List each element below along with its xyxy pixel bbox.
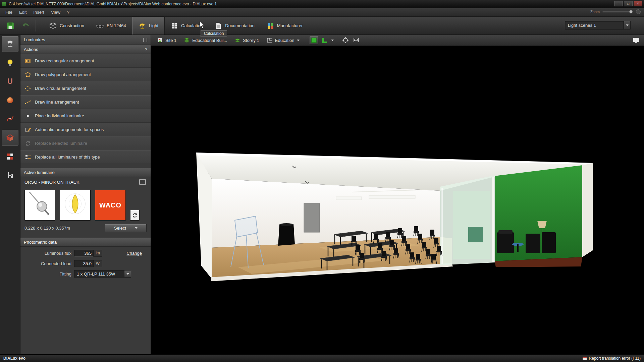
toolbar-separator (36, 20, 36, 32)
tab-construction[interactable]: Construction (43, 17, 90, 35)
actions-section-header: Actions ? (20, 45, 151, 54)
building-layers-icon (184, 37, 190, 43)
menu-view[interactable]: View (48, 9, 64, 16)
action-draw-line[interactable]: Draw line arrangement (20, 95, 151, 109)
luminaire-photo (25, 190, 55, 221)
maximize-button[interactable]: □ (624, 1, 633, 6)
curve-tool[interactable] (2, 111, 18, 127)
light-scenes-dropdown[interactable]: Light scenes 1 (565, 21, 631, 29)
view-options-chevron-icon[interactable] (331, 40, 334, 41)
measure-button[interactable] (352, 36, 361, 44)
connected-load-input[interactable] (74, 260, 94, 267)
green-square-icon (311, 37, 317, 44)
material-sphere-icon (6, 96, 14, 105)
crumb-site[interactable]: Site 1 (154, 37, 179, 44)
lamp-icon (139, 22, 146, 29)
luminaire-thumbnails: WACO (20, 187, 151, 223)
action-automatic-arrangements[interactable]: Automatic arrangements for spaces (20, 123, 151, 136)
fitting-chevron-button[interactable] (124, 270, 131, 277)
crumb-space[interactable]: Education (264, 37, 302, 44)
zoom-slider-knob[interactable] (629, 10, 633, 13)
menu-insert[interactable]: Insert (30, 9, 48, 16)
luminous-flux-row: Luminous flux lm Change (20, 249, 147, 257)
action-replace-selected: Replace selected luminaire (20, 136, 151, 150)
undo-button[interactable] (20, 20, 32, 32)
automatic-arrangement-icon (24, 126, 31, 133)
surface-view-toggle[interactable] (310, 36, 318, 44)
report-translation-error-link[interactable]: Report translation error (F11) (582, 356, 641, 361)
luminaire-photo-thumbnail[interactable] (24, 190, 55, 221)
bulb-icon (6, 58, 14, 67)
crumb-storey[interactable]: Storey 1 (232, 37, 262, 44)
room-tool[interactable] (2, 130, 18, 146)
tab-en12464[interactable]: EN 12464 (90, 17, 132, 35)
crumb-building[interactable]: Educational Buil... (181, 37, 230, 44)
swap-luminaire-button[interactable] (130, 210, 140, 221)
tab-light-label: Light (149, 23, 158, 28)
mode-tabs: Construction EN 12464 Light (43, 17, 309, 35)
zoom-to-fit-button[interactable] (341, 36, 350, 44)
luminaires-panel: Luminaires Actions ? Draw rectangular ar… (20, 35, 151, 354)
active-luminaire-header-label: Active luminaire (24, 170, 55, 175)
action-draw-rectangular[interactable]: Draw rectangular arrangement (20, 54, 151, 68)
menu-edit[interactable]: Edit (16, 9, 30, 16)
action-place-individual[interactable]: Place individual luminaire (20, 109, 151, 123)
panel-drag-handle[interactable] (143, 38, 147, 42)
light-scenes-value: Light scenes 1 (568, 23, 596, 28)
tab-light[interactable]: Light (132, 17, 165, 35)
display-mode-button[interactable] (632, 36, 641, 44)
individual-luminaire-icon (24, 113, 31, 119)
select-luminaire-button[interactable]: Select (105, 224, 147, 232)
minimize-button[interactable]: – (614, 1, 623, 6)
replace-selected-icon (24, 140, 31, 147)
curve-icon (6, 115, 14, 123)
save-button[interactable] (5, 20, 16, 32)
action-label: Automatic arrangements for spaces (35, 127, 104, 132)
close-button[interactable]: ✕ (634, 1, 642, 6)
edge-view-toggle[interactable] (320, 36, 329, 44)
light-distribution-thumbnail[interactable] (60, 190, 91, 221)
fitting-dropdown[interactable]: 1 x QR-LP 111 35W (74, 270, 131, 278)
chevron-down-icon (126, 273, 129, 275)
menu-file[interactable]: File (2, 9, 16, 16)
luminous-flux-label: Luminous flux (20, 251, 74, 256)
zoom-label: Zoom (590, 10, 600, 14)
catalog-icon (139, 179, 146, 185)
tab-construction-label: Construction (60, 23, 84, 28)
zoom-slider[interactable] (602, 11, 633, 12)
report-link-label: Report translation error (F11) (589, 356, 641, 361)
catalog-button[interactable] (139, 179, 147, 185)
crumb-site-label: Site 1 (165, 38, 176, 43)
light-distribution-curve (60, 190, 90, 221)
lamps-tool[interactable] (2, 55, 18, 71)
select-button-label: Select (114, 226, 126, 231)
tab-manufacturer[interactable]: Manufacturer (261, 17, 309, 35)
brand-logo-thumbnail[interactable]: WACO (95, 190, 126, 221)
luminaires-tool[interactable] (2, 36, 18, 52)
action-draw-polygonal[interactable]: Draw polygonal arrangement (20, 68, 151, 81)
panel-title-bar: Luminaires (20, 35, 151, 45)
grab-tool[interactable] (2, 73, 18, 89)
furniture-tool[interactable] (2, 167, 18, 183)
action-label: Replace selected luminaire (35, 141, 87, 146)
action-label: Draw line arrangement (35, 100, 79, 105)
report-flag-icon (582, 356, 587, 360)
change-link[interactable]: Change (126, 251, 142, 256)
chair-icon (6, 171, 14, 180)
materials-tool[interactable] (2, 92, 18, 108)
help-icon[interactable]: ? (145, 47, 147, 52)
menu-help[interactable]: ? (64, 9, 73, 16)
dialux-evo-window: C:\Users\witzel.DIALNETZ.000\Documents\D… (0, 0, 644, 362)
zoom-reset-button[interactable] (636, 9, 641, 14)
blocks-tool[interactable] (2, 148, 18, 165)
focus-icon (342, 37, 349, 44)
luminous-flux-input[interactable] (74, 250, 94, 257)
status-bar: DIALux evo Report translation error (F11… (0, 354, 644, 362)
3d-room-view[interactable] (151, 46, 644, 354)
connected-load-unit: W (94, 260, 102, 267)
light-scenes-chevron-button[interactable] (624, 21, 631, 29)
action-replace-all[interactable]: Replace all luminaires of this type (20, 150, 151, 164)
glass-partition (440, 175, 495, 265)
action-draw-circular[interactable]: Draw circular arrangement (20, 81, 151, 95)
action-label: Draw circular arrangement (35, 86, 86, 91)
